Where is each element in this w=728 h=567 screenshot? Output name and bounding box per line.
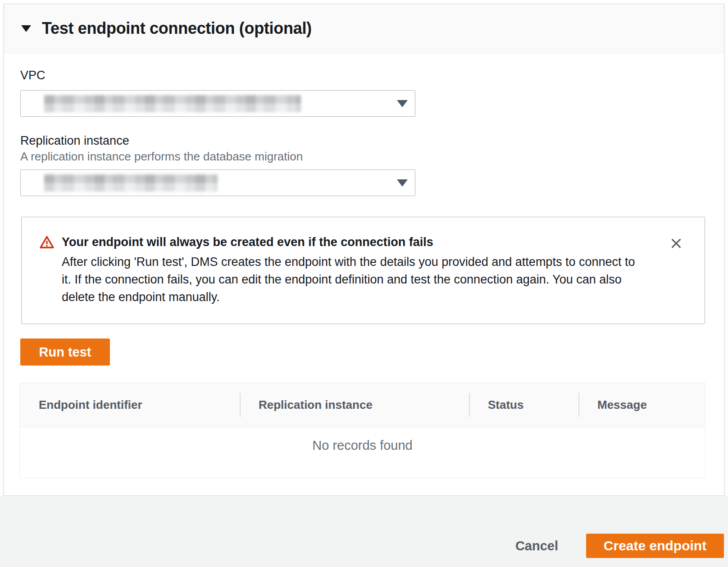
section-title: Test endpoint connection (optional) bbox=[42, 19, 312, 38]
warning-triangle-icon bbox=[40, 235, 54, 251]
warning-alert: Your endpoint will always be created eve… bbox=[21, 217, 705, 324]
cancel-button[interactable]: Cancel bbox=[515, 534, 558, 558]
warning-body: After clicking 'Run test', DMS creates t… bbox=[62, 253, 637, 306]
replication-instance-selected-value-redacted bbox=[44, 174, 218, 192]
vpc-select[interactable] bbox=[20, 90, 415, 117]
no-records-found-text: No records found bbox=[312, 438, 412, 478]
vpc-selected-value-redacted bbox=[44, 95, 301, 112]
close-icon[interactable] bbox=[669, 236, 684, 251]
create-endpoint-button[interactable]: Create endpoint bbox=[586, 534, 724, 558]
collapse-caret-icon bbox=[21, 25, 31, 32]
chevron-down-icon bbox=[397, 179, 408, 187]
replication-instance-description: A replication instance performs the data… bbox=[20, 150, 724, 163]
replication-instance-label: Replication instance bbox=[20, 134, 724, 147]
column-header-endpoint-identifier: Endpoint identifier bbox=[20, 383, 240, 427]
column-header-replication-instance: Replication instance bbox=[240, 383, 469, 427]
section-header-test-endpoint-connection[interactable]: Test endpoint connection (optional) bbox=[4, 4, 724, 53]
test-results-table: Endpoint identifier Replication instance… bbox=[19, 383, 705, 478]
column-header-message: Message bbox=[578, 383, 705, 427]
form-actions-footer: Cancel Create endpoint bbox=[0, 496, 728, 567]
replication-instance-select[interactable] bbox=[20, 169, 415, 196]
section-content: VPC Replication instance A replication i… bbox=[4, 53, 724, 478]
table-empty-state: No records found bbox=[20, 427, 705, 478]
vpc-label: VPC bbox=[20, 69, 724, 82]
run-test-button[interactable]: Run test bbox=[20, 338, 110, 366]
column-header-status: Status bbox=[469, 383, 578, 427]
chevron-down-icon bbox=[397, 100, 408, 107]
test-endpoint-connection-panel: Test endpoint connection (optional) VPC … bbox=[4, 4, 724, 496]
warning-title: Your endpoint will always be created eve… bbox=[62, 234, 637, 250]
table-header-row: Endpoint identifier Replication instance… bbox=[20, 383, 705, 427]
